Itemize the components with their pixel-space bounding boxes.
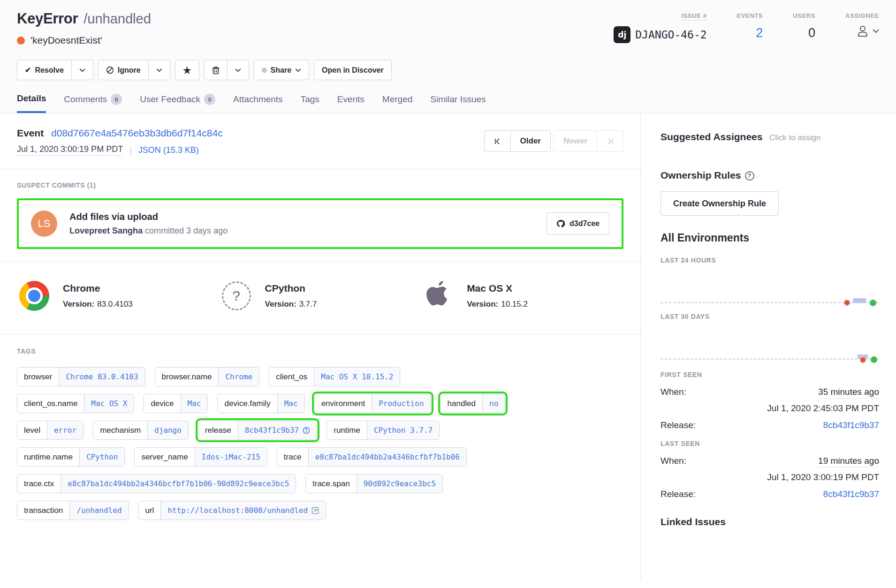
first-seen-heading: FIRST SEEN — [661, 371, 879, 378]
commit-sha-button[interactable]: d3d7cee — [547, 212, 609, 235]
tag-value-link[interactable]: Production — [372, 394, 430, 413]
last-seen-heading: LAST SEEN — [661, 440, 879, 447]
context-runtime: ? CPython Version:3.7.7 — [219, 279, 421, 313]
page-title: KeyError — [17, 10, 78, 27]
ignore-button[interactable]: Ignore — [98, 60, 149, 80]
tag-value-link[interactable]: Idos-iMac-215 — [195, 448, 267, 466]
tag-browser-name: browser.nameChrome — [155, 367, 260, 386]
open-in-discover-button[interactable]: Open in Discover — [314, 60, 392, 80]
events-sparkline-30d[interactable] — [661, 320, 879, 365]
last-seen-release-link[interactable]: 8cb43f1c9b37 — [823, 489, 879, 499]
users-label: USERS — [793, 12, 815, 19]
tag-value-link[interactable]: /unhandled — [69, 501, 128, 520]
tag-value-link[interactable]: Mac — [277, 394, 304, 413]
event-label: Event — [17, 128, 44, 138]
tag-browser: browserChrome 83.0.4103 — [17, 367, 145, 386]
when-label: When: — [661, 456, 686, 467]
assignee-label: ASSIGNEE — [845, 12, 879, 19]
delete-dropdown-button[interactable] — [228, 60, 249, 80]
check-icon: ✔ — [25, 66, 31, 75]
commit-message: Add files via upload — [69, 211, 547, 222]
event-details-panel: Event d08d7667e4a5476eb3b3db6d7f14c84c J… — [0, 113, 641, 579]
linked-issues-heading: Linked Issues — [661, 516, 879, 528]
tab-merged[interactable]: Merged — [382, 93, 412, 113]
info-icon[interactable] — [303, 427, 310, 434]
tag-value-link[interactable]: Mac OS X 10.15.2 — [314, 368, 400, 386]
tag-value-link[interactable]: 8cb43f1c9b37 — [238, 421, 317, 439]
chrome-icon — [19, 281, 49, 311]
chevron-down-icon — [295, 68, 301, 72]
tag-value-link[interactable]: Mac OS X — [84, 394, 134, 413]
django-project-icon: dj — [614, 26, 630, 43]
release-marker-icon[interactable] — [844, 300, 850, 306]
event-timestamp: Jul 1, 2020 3:00:19 PM PDT — [17, 144, 123, 156]
tag-value-link[interactable]: CPython 3.7.7 — [367, 421, 439, 439]
tag-value-link[interactable]: e8c87ba1dc494bb2a4346bcfbf7b1b06-90d892c… — [61, 475, 296, 493]
unknown-runtime-icon: ? — [222, 281, 251, 310]
tab-similar-issues[interactable]: Similar Issues — [430, 93, 486, 113]
tag-value-link[interactable]: Mac — [181, 394, 208, 413]
when-label: When: — [661, 387, 686, 399]
tag-value-link[interactable]: no — [482, 394, 505, 413]
tag-value-link[interactable]: e8c87ba1dc494bb2a4346bcfbf7b1b06 — [308, 448, 466, 466]
tag-value-link[interactable]: 90d892c9eace3bc5 — [357, 475, 442, 493]
help-icon[interactable]: ? — [745, 171, 754, 181]
create-ownership-rule-button[interactable]: Create Ownership Rule — [661, 191, 779, 216]
release-label: Release: — [661, 489, 696, 499]
event-id-link[interactable]: d08d7667e4a5476eb3b3db6d7f14c84c — [51, 128, 223, 138]
share-button[interactable]: Share — [254, 60, 309, 80]
events-count[interactable]: 2 — [756, 26, 763, 40]
last-24-hours-label: LAST 24 HOURS — [661, 256, 879, 264]
issue-number-label: ISSUE # — [682, 12, 707, 21]
ownership-rules-heading: Ownership Rules — [661, 170, 741, 181]
page-subtitle: /unhandled — [84, 11, 151, 27]
external-link-icon[interactable] — [311, 507, 319, 514]
tab-tags[interactable]: Tags — [301, 93, 319, 113]
raw-json-link[interactable]: JSON (15.3 KB) — [138, 145, 199, 155]
oldest-event-button[interactable] — [484, 130, 511, 152]
tag-value-link[interactable]: CPython — [79, 448, 124, 466]
resolve-dropdown-button[interactable] — [72, 60, 93, 80]
star-icon: ★ — [183, 65, 191, 76]
latest-release-marker-icon[interactable] — [870, 300, 876, 306]
last-page-icon — [607, 138, 614, 145]
tab-user-feedback[interactable]: User Feedback0 — [140, 93, 215, 113]
tab-details[interactable]: Details — [17, 93, 46, 113]
share-status-dot-icon — [262, 68, 267, 73]
assignee-dropdown[interactable] — [856, 24, 879, 38]
release-label: Release: — [661, 420, 696, 430]
ignore-dropdown-button[interactable] — [149, 60, 170, 80]
last-page-button[interactable] — [597, 130, 623, 152]
tag-value-link[interactable]: error — [47, 421, 83, 439]
users-count[interactable]: 0 — [808, 26, 815, 40]
older-event-button[interactable]: Older — [511, 130, 551, 152]
tags-heading: TAGS — [17, 347, 623, 355]
tag-value-link[interactable]: django — [147, 421, 188, 439]
tag-trace: tracee8c87ba1dc494bb2a4346bcfbf7b1b06 — [277, 447, 467, 467]
commit-author-avatar: LS — [31, 211, 57, 237]
tag-runtime-name: runtime.nameCPython — [17, 447, 125, 467]
tab-comments[interactable]: Comments0 — [64, 93, 122, 113]
latest-release-marker-icon[interactable] — [871, 356, 877, 363]
github-icon — [556, 219, 565, 228]
tag-value-link[interactable]: Chrome — [218, 368, 259, 386]
last-30-days-label: LAST 30 DAYS — [661, 313, 879, 320]
error-level-dot — [17, 37, 25, 45]
first-seen-release-link[interactable]: 8cb43f1c9b37 — [823, 420, 879, 430]
resolve-button[interactable]: ✔ Resolve — [17, 60, 72, 80]
events-sparkline-24h[interactable] — [661, 264, 879, 309]
newer-event-button[interactable]: Newer — [554, 130, 597, 152]
tag-value-link[interactable]: Chrome 83.0.4103 — [59, 368, 144, 386]
issue-stats: ISSUE # dj DJANGO-46-2 EVENTS 2 USERS 0 … — [614, 12, 879, 43]
release-marker-icon[interactable] — [860, 357, 866, 363]
delete-button[interactable] — [204, 60, 228, 80]
event-contexts: Chrome Version:83.0.4103 ? CPython Versi… — [0, 262, 640, 334]
ignore-icon — [106, 66, 114, 74]
issue-tabs: Details Comments0 User Feedback0 Attachm… — [17, 93, 879, 113]
feedback-count-badge: 0 — [204, 94, 215, 105]
tab-attachments[interactable]: Attachments — [233, 93, 283, 113]
tab-events[interactable]: Events — [337, 93, 364, 113]
tag-trace-ctx: trace.ctxe8c87ba1dc494bb2a4346bcfbf7b1b0… — [17, 474, 296, 493]
tag-value-link[interactable]: http://localhost:8000/unhandled — [160, 501, 326, 520]
bookmark-button[interactable]: ★ — [175, 60, 199, 80]
